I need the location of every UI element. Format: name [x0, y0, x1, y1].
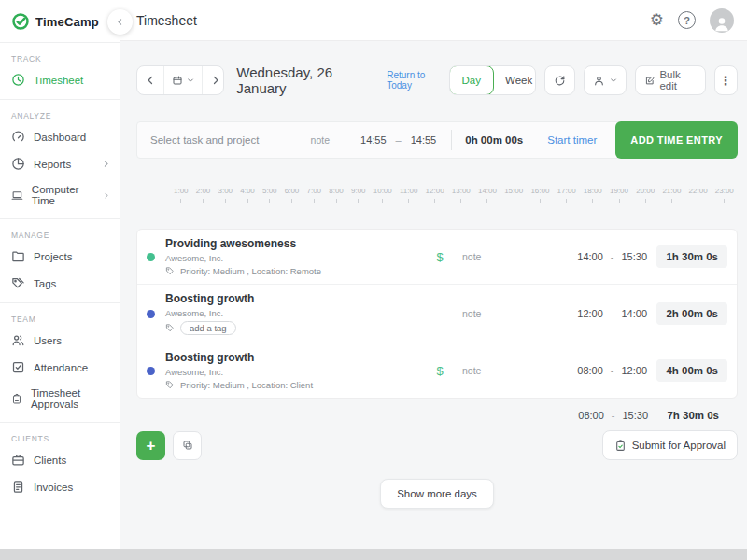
- more-options-button[interactable]: ⋮: [714, 65, 738, 95]
- sidebar-item-reports[interactable]: Reports: [0, 150, 120, 177]
- sidebar-item-label: Projects: [34, 251, 73, 262]
- clock-icon: [11, 73, 25, 87]
- chevron-down-icon: [610, 77, 617, 84]
- summary-total-duration: 7h 30m 0s: [667, 410, 728, 421]
- sidebar-item-clients[interactable]: Clients: [0, 446, 120, 473]
- users-icon: [11, 333, 25, 347]
- sidebar-item-attendance[interactable]: Attendance: [0, 354, 120, 381]
- add-entry-button[interactable]: +: [136, 431, 165, 460]
- user-avatar[interactable]: [710, 8, 734, 33]
- hour-label: 8:00: [329, 187, 344, 195]
- submit-for-approval-label: Submit for Approval: [632, 440, 726, 451]
- return-to-today-link[interactable]: Return to Today: [387, 70, 448, 91]
- show-more-days-button[interactable]: Show more days: [380, 479, 494, 509]
- entry-duration[interactable]: 4h 00m 0s: [656, 359, 727, 382]
- note-field[interactable]: note: [462, 308, 518, 319]
- duration-value[interactable]: 0h 00m 00s: [452, 134, 536, 146]
- time-entry-row[interactable]: Boosting growth Awesome, Inc. add a tag …: [137, 284, 737, 343]
- week-view-tab[interactable]: Week: [493, 66, 536, 94]
- top-bar: Timesheet ⚙ ?: [120, 0, 747, 41]
- hour-tick: [671, 199, 672, 203]
- brand-name: TimeCamp: [35, 15, 99, 29]
- user-filter-button[interactable]: [584, 65, 627, 95]
- hour-mark: 17:00: [557, 187, 576, 203]
- sidebar-item-timesheet[interactable]: Timesheet: [0, 66, 120, 93]
- hour-label: 23:00: [715, 187, 734, 195]
- duplicate-day-button[interactable]: [173, 431, 202, 460]
- sidebar-item-projects[interactable]: Projects: [0, 243, 120, 270]
- time-entry-row[interactable]: Providing awesomeness Awesome, Inc. Prio…: [137, 230, 737, 284]
- submit-for-approval-button[interactable]: Submit for Approval: [602, 430, 738, 460]
- sidebar-section-clients: CLIENTS Clients Invoices: [0, 422, 120, 506]
- task-project-select[interactable]: Select task and project: [150, 134, 296, 146]
- tag-icon: [165, 323, 176, 333]
- hour-tick: [514, 199, 514, 203]
- end-time-input[interactable]: 12:00: [621, 365, 647, 376]
- sidebar-item-label: Dashboard: [34, 132, 86, 143]
- summary-start-time: 08:00: [578, 410, 604, 421]
- calendar-picker-button[interactable]: [163, 66, 202, 94]
- hour-mark: 21:00: [662, 187, 681, 203]
- add-time-entry-button[interactable]: ADD TIME ENTRY: [615, 121, 738, 159]
- start-time-input[interactable]: 12:00: [577, 308, 603, 319]
- hour-label: 17:00: [557, 187, 576, 195]
- kebab-menu-icon: ⋮: [720, 74, 732, 88]
- invoice-icon: [11, 480, 25, 494]
- time-separator: -: [611, 308, 614, 319]
- sidebar-item-computer-time[interactable]: Computer Time: [0, 177, 120, 213]
- start-time-input[interactable]: 08:00: [577, 365, 603, 376]
- hour-tick: [434, 199, 435, 203]
- sidebar-collapse-button[interactable]: [107, 9, 133, 35]
- hour-label: 15:00: [504, 187, 523, 195]
- sidebar-item-invoices[interactable]: Invoices: [0, 473, 120, 500]
- add-tag-button[interactable]: add a tag: [180, 321, 236, 335]
- hour-label: 13:00: [452, 187, 471, 195]
- hour-mark: 14:00: [478, 187, 497, 203]
- hour-mark: 6:00: [285, 187, 300, 203]
- end-time-input[interactable]: 14:55: [411, 134, 437, 146]
- time-separator: -: [611, 365, 614, 376]
- note-field[interactable]: note: [296, 134, 345, 146]
- previous-day-button[interactable]: [137, 66, 163, 94]
- summary-time-range: 08:00 - 15:30: [562, 410, 648, 421]
- hour-label: 4:00: [240, 187, 255, 195]
- end-time-input[interactable]: 14:00: [621, 308, 647, 319]
- sidebar-item-label: Users: [34, 335, 62, 346]
- hour-tick: [291, 199, 292, 203]
- settings-gear-icon[interactable]: ⚙: [650, 12, 664, 28]
- refresh-button[interactable]: [544, 65, 575, 95]
- start-time-input[interactable]: 14:00: [577, 251, 603, 262]
- start-time-input[interactable]: 14:55: [360, 134, 387, 146]
- brand-logo[interactable]: TimeCamp: [0, 0, 120, 42]
- billable-dollar-icon[interactable]: $: [417, 364, 462, 378]
- sidebar-item-dashboard[interactable]: Dashboard: [0, 123, 120, 150]
- time-range-inputs: 14:55 – 14:55: [345, 134, 451, 146]
- hour-mark: 13:00: [452, 187, 471, 203]
- note-field[interactable]: note: [462, 365, 518, 376]
- end-time-input[interactable]: 15:30: [621, 251, 647, 262]
- entry-tags[interactable]: Priority: Medium , Location: Client: [180, 380, 313, 390]
- time-entry-row[interactable]: Boosting growth Awesome, Inc. Priority: …: [137, 343, 737, 398]
- bulk-edit-button[interactable]: Bulk edit: [635, 65, 706, 95]
- timesheet-main: Wednesday, 26 January Return to Today Da…: [120, 41, 747, 549]
- next-day-button[interactable]: [202, 66, 224, 94]
- time-entries-card: Providing awesomeness Awesome, Inc. Prio…: [136, 229, 738, 399]
- sidebar-section-track: TRACK Timesheet: [0, 42, 120, 99]
- entry-duration[interactable]: 2h 00m 0s: [656, 302, 727, 325]
- sidebar-item-users[interactable]: Users: [0, 327, 120, 354]
- day-view-tab[interactable]: Day: [449, 65, 494, 95]
- day-summary-row: 08:00 - 15:30 7h 30m 0s: [136, 410, 738, 421]
- billable-dollar-icon[interactable]: $: [417, 250, 462, 264]
- page-title: Timesheet: [136, 13, 197, 28]
- help-icon[interactable]: ?: [678, 11, 696, 29]
- entry-tags[interactable]: Priority: Medium , Location: Remote: [180, 266, 321, 276]
- entry-duration[interactable]: 1h 30m 0s: [656, 245, 727, 268]
- sidebar-item-tags[interactable]: Tags: [0, 270, 120, 297]
- note-field[interactable]: note: [462, 251, 518, 262]
- sidebar-item-timesheet-approvals[interactable]: Timesheet Approvals: [0, 381, 120, 416]
- hour-mark: 9:00: [351, 187, 366, 203]
- section-label: ANALYZE: [0, 100, 120, 123]
- sidebar-item-label: Timesheet Approvals: [31, 387, 110, 410]
- time-separator: –: [396, 134, 402, 146]
- start-timer-link[interactable]: Start timer: [536, 134, 608, 146]
